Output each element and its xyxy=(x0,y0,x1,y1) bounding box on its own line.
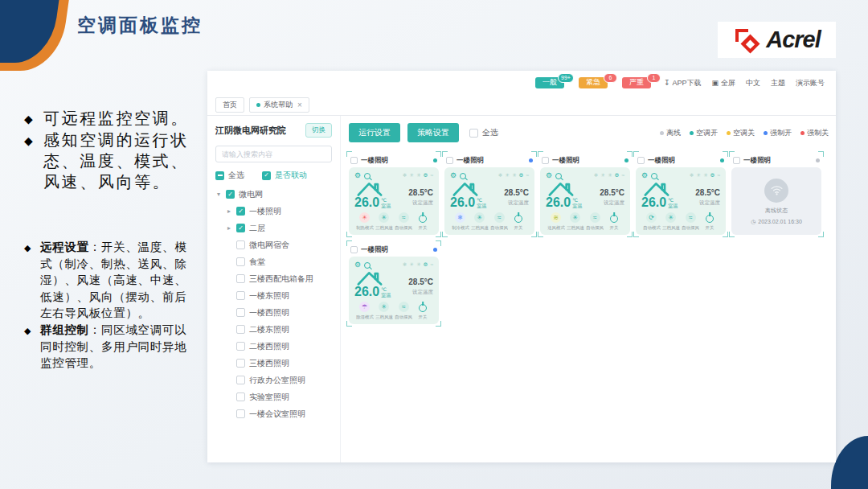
zoom-icon[interactable] xyxy=(364,173,371,179)
mini-mode-icon: ⚙ xyxy=(615,173,620,179)
card-checkbox[interactable] xyxy=(637,157,645,164)
alarm-pill[interactable]: 一般99+ xyxy=(535,77,564,89)
power-button[interactable]: 开关 xyxy=(510,213,528,232)
legend-label: 强制开 xyxy=(770,128,792,138)
zoom-icon[interactable] xyxy=(364,262,371,269)
mode-button[interactable]: ≋送风模式 xyxy=(547,212,565,232)
switch-org-button[interactable]: 切换 xyxy=(305,123,332,138)
power-button[interactable]: 开关 xyxy=(701,213,719,232)
swing-button[interactable]: ≈自动摆风 xyxy=(490,212,509,232)
mode-icon: ☂ xyxy=(359,302,370,312)
fan-speed-button[interactable]: ✳三档风速 xyxy=(661,212,680,232)
power-button[interactable]: 开关 xyxy=(605,213,624,232)
card-checkbox[interactable] xyxy=(350,246,358,253)
tree-checkbox[interactable] xyxy=(236,359,245,368)
nav-tab[interactable]: 系统帮助× xyxy=(249,97,309,113)
ac-card[interactable]: 一楼照明 ⚙ ❄☀✳⚙≈ 26.0 ℃室温 xyxy=(349,154,439,235)
tree-item[interactable]: 食堂 xyxy=(215,253,332,270)
cards-select-all-checkbox[interactable] xyxy=(469,129,478,138)
card-checkbox[interactable] xyxy=(542,157,549,164)
ac-card[interactable]: 一楼照明 ⚙ ❄☀✳⚙≈ 26.0 ℃室温 xyxy=(540,154,630,235)
mode-button[interactable]: ⟳自动模式 xyxy=(642,212,661,232)
ac-card[interactable]: 一楼照明 ⚙ ❄☀✳⚙≈ 26.0 ℃室温 xyxy=(349,243,439,324)
tree-checkbox[interactable] xyxy=(236,257,245,266)
tree-checkbox[interactable] xyxy=(236,325,245,334)
swing-button[interactable]: ≈自动摆风 xyxy=(586,212,604,232)
tree-checkbox[interactable] xyxy=(236,392,245,401)
alarm-pill[interactable]: 严重1 xyxy=(622,77,651,89)
mode-button[interactable]: ☂除湿模式 xyxy=(355,302,374,321)
settings-icon[interactable]: ⚙ xyxy=(641,172,648,179)
tree-item[interactable]: 二楼西照明 xyxy=(215,338,332,355)
card-checkbox[interactable] xyxy=(446,157,453,164)
tree-item[interactable]: 一楼西照明 xyxy=(215,304,332,321)
tree-checkbox[interactable] xyxy=(236,224,245,232)
tree-checkbox[interactable] xyxy=(236,409,245,418)
tree-checkbox[interactable] xyxy=(236,274,245,283)
settings-icon[interactable]: ⚙ xyxy=(546,172,552,179)
card-checkbox[interactable] xyxy=(350,157,358,164)
policy-settings-button[interactable]: 策略设置 xyxy=(407,123,459,142)
tree-item[interactable]: 三楼西配电箱备用 xyxy=(215,270,332,287)
linkage-checkbox[interactable] xyxy=(262,171,271,180)
tree-item[interactable]: 微电网宿舍 xyxy=(215,236,332,253)
zoom-icon[interactable] xyxy=(651,173,657,179)
header-link[interactable]: 演示账号 xyxy=(796,78,825,88)
tree-checkbox[interactable] xyxy=(236,240,245,249)
alarm-pill[interactable]: 紧急6 xyxy=(579,77,608,89)
tree-checkbox[interactable] xyxy=(236,207,245,216)
power-button[interactable]: 开关 xyxy=(414,213,432,232)
tree-item[interactable]: 二楼东照明 xyxy=(215,321,332,338)
caret-icon[interactable]: ▾ xyxy=(215,191,222,198)
zoom-icon[interactable] xyxy=(555,173,562,179)
ac-card[interactable]: 一楼照明 ⚙ ❄☀✳⚙≈ 26.0 ℃室温 xyxy=(444,154,534,235)
fan-speed-button[interactable]: ✳三档风速 xyxy=(375,302,393,321)
settings-icon[interactable]: ⚙ xyxy=(450,172,457,179)
caret-icon[interactable]: ▸ xyxy=(226,224,232,232)
header-link[interactable]: ↧APP下载 xyxy=(664,78,702,88)
diamond-bullet: ◆ xyxy=(24,239,40,322)
card-checkbox[interactable] xyxy=(733,157,740,164)
select-all-checkbox[interactable] xyxy=(215,171,224,180)
settings-icon[interactable]: ⚙ xyxy=(354,261,361,269)
tree-item[interactable]: 一楼东照明 xyxy=(215,287,332,304)
tree-item[interactable]: 实验室照明 xyxy=(215,388,332,405)
mode-button[interactable]: ❄制冷模式 xyxy=(451,212,469,232)
tree-item[interactable]: 一楼会议室照明 xyxy=(215,405,332,422)
ac-card[interactable]: 一楼照明 离线状态 ◷ 2023.02.01 16:30 xyxy=(731,154,821,235)
zoom-icon[interactable] xyxy=(460,173,466,179)
bullet-item: ◆群组控制：同区域空调可以同时控制、多用户同时异地监控管理。 xyxy=(24,322,198,372)
status-dot xyxy=(529,158,533,162)
power-button[interactable]: 开关 xyxy=(414,302,432,321)
header-link[interactable]: ▣全屏 xyxy=(711,78,735,88)
caret-icon[interactable]: ▸ xyxy=(226,208,232,215)
settings-icon[interactable]: ⚙ xyxy=(354,172,361,179)
tree-item[interactable]: ▾微电网 xyxy=(215,186,332,203)
nav-tab[interactable]: 首页 xyxy=(215,97,244,113)
swing-button[interactable]: ≈自动摆风 xyxy=(395,212,413,232)
tree-item[interactable]: ▸二层 xyxy=(215,220,332,236)
run-settings-button[interactable]: 运行设置 xyxy=(349,123,400,142)
fan-speed-button[interactable]: ✳三档风速 xyxy=(375,212,393,232)
ac-card[interactable]: 一楼照明 ⚙ ❄☀✳⚙≈ 26.0 ℃室温 xyxy=(636,154,726,235)
header-link-label: APP下载 xyxy=(672,78,701,88)
header-link[interactable]: 主题 xyxy=(771,78,785,88)
tree-item[interactable]: ▸一楼照明 xyxy=(215,203,332,220)
set-temperature: 28.5°C 设定温度 xyxy=(695,181,720,209)
fan-speed-button[interactable]: ✳三档风速 xyxy=(566,212,584,232)
search-input[interactable] xyxy=(215,146,332,162)
app-header: 一般99+紧急6严重1 ↧APP下载▣全屏中文主题演示账号 xyxy=(207,71,836,95)
swing-button[interactable]: ≈自动摆风 xyxy=(395,302,413,321)
close-icon[interactable]: × xyxy=(297,101,302,109)
mode-button[interactable]: ☀制热模式 xyxy=(355,212,374,232)
tree-item[interactable]: 三楼西照明 xyxy=(215,355,332,372)
tree-item[interactable]: 行政办公室照明 xyxy=(215,372,332,388)
header-link[interactable]: 中文 xyxy=(746,78,760,88)
fan-speed-button[interactable]: ✳三档风速 xyxy=(470,212,489,232)
swing-button[interactable]: ≈自动摆风 xyxy=(682,212,700,232)
tree-checkbox[interactable] xyxy=(236,342,245,351)
tree-checkbox[interactable] xyxy=(236,376,245,384)
tree-checkbox[interactable] xyxy=(236,308,245,317)
tree-checkbox[interactable] xyxy=(226,190,235,199)
tree-checkbox[interactable] xyxy=(236,291,245,300)
